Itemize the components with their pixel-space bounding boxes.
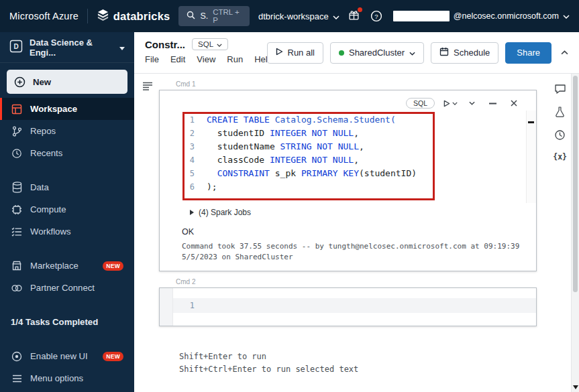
cell-delete-icon[interactable] [508, 97, 520, 109]
experiments-flask-icon[interactable] [555, 107, 565, 118]
language-selector-label: SQL [198, 40, 213, 48]
sidebar-item-new[interactable]: New [7, 70, 127, 94]
chevron-down-icon [409, 48, 415, 58]
persona-label: Data Science & Engi... [30, 38, 111, 58]
code-line[interactable]: 1CREATE TABLE Catalog.Schema.Student( [160, 113, 536, 127]
cell-collapse-icon[interactable] [466, 99, 478, 108]
chevron-down-icon [563, 11, 570, 21]
collapse-header-button[interactable] [558, 48, 571, 58]
code-line[interactable]: 5 CONSTRAINT s_pk PRIMARY KEY(studentID) [160, 167, 536, 180]
account-menu[interactable]: @nelcosec.onmicrosoft.com [393, 11, 570, 21]
sidebar-item-data[interactable]: Data [0, 176, 134, 198]
menu-view[interactable]: View [197, 54, 215, 64]
workspace-icon [11, 104, 23, 115]
cell-run-button[interactable] [443, 100, 458, 107]
code-line[interactable]: 3 studentName STRING NOT NULL, [160, 140, 536, 153]
target-icon [11, 351, 23, 362]
workspace-selector[interactable]: dtbrick-workspace [258, 11, 339, 21]
sidebar-item-label: Repos [30, 126, 56, 136]
cell1-results: (4) Spark Jobs OK Command took 37.55 sec… [160, 203, 536, 271]
notebook-header: Constr... SQL File Edit View Run [134, 32, 579, 74]
share-button[interactable]: Share [505, 42, 551, 64]
cell1-code-area[interactable]: 1CREATE TABLE Catalog.Schema.Student(2 s… [160, 111, 536, 203]
cell2-gutter [160, 288, 173, 326]
triangle-right-icon [190, 210, 194, 215]
language-selector[interactable]: SQL [192, 38, 228, 50]
cell-language-chip[interactable]: SQL [406, 98, 435, 109]
sidebar-item-workspace[interactable]: Workspace [0, 98, 134, 120]
code-line[interactable]: 4 classCode INTEGER NOT NULL, [160, 153, 536, 167]
search-input[interactable]: S. CTRL + P [178, 6, 250, 26]
sidebar-item-label: Workflows [30, 226, 71, 237]
comments-icon[interactable] [554, 83, 566, 95]
line-number: 5 [160, 167, 207, 180]
menu-run[interactable]: Run [227, 54, 243, 64]
sidebar-item-enable-new-ui[interactable]: Enable new UI NEW [0, 345, 134, 367]
menu-file[interactable]: File [145, 54, 159, 64]
topbar-divider [87, 9, 88, 23]
databricks-wordmark: databricks [113, 10, 170, 23]
cluster-label: SharedCluster [349, 48, 405, 58]
cell-minimize-icon[interactable] [486, 100, 499, 107]
cell1[interactable]: SQL [159, 90, 537, 271]
sidebar-item-partner-connect[interactable]: Partner Connect [0, 277, 134, 299]
sidebar-item-label: Compute [30, 204, 66, 214]
chevron-down-icon [217, 40, 222, 48]
menu-edit[interactable]: Edit [170, 54, 185, 64]
scrollbar-thumb[interactable] [573, 76, 578, 292]
line-number: 2 [160, 127, 207, 140]
help-button[interactable]: ? [370, 10, 382, 22]
variable-explorer-icon[interactable]: {x} [553, 152, 567, 161]
search-shortcut: CTRL + P [213, 8, 242, 24]
sidebar-item-label: Enable new UI [30, 351, 88, 361]
database-icon [11, 182, 23, 193]
cell2[interactable]: 1 [159, 287, 537, 326]
plus-circle-icon [13, 76, 25, 88]
caret-down-icon [119, 42, 125, 52]
scrollbar-down-arrow[interactable] [573, 385, 578, 389]
sidebar-item-repos[interactable]: Repos [0, 120, 134, 142]
new-badge: NEW [103, 352, 123, 361]
code-line[interactable]: 2 studentID INTEGER NOT NULL, [160, 127, 536, 140]
vertical-scrollbar[interactable] [571, 74, 579, 392]
sidebar-item-compute[interactable]: Compute [0, 198, 134, 220]
notebook-title[interactable]: Constr... [145, 39, 185, 50]
cell2-cmd-label: Cmd 2 [176, 278, 537, 285]
persona-switcher[interactable]: D Data Science & Engi... [0, 32, 134, 63]
line-number: 1 [160, 113, 207, 127]
search-text: S. [200, 11, 208, 21]
line-number: 6 [160, 180, 207, 194]
sidebar-item-tasks-completed[interactable]: 1/4 Tasks Completed [0, 311, 134, 333]
account-redacted [393, 11, 450, 21]
sidebar-item-marketplace[interactable]: Marketplace NEW [0, 255, 134, 277]
databricks-logo[interactable]: databricks [97, 9, 170, 24]
code-line[interactable]: 6); [160, 180, 536, 194]
editor-scroll-strip[interactable] [526, 111, 536, 203]
table-of-contents-icon[interactable] [142, 82, 153, 94]
footer-hint-line1: Shift+Enter to run [179, 350, 537, 363]
cell2-active-line[interactable]: 1 [160, 298, 536, 313]
azure-logo[interactable]: Microsoft Azure [9, 11, 78, 21]
sidebar-item-workflows[interactable]: Workflows [0, 220, 134, 243]
spark-jobs-toggle[interactable]: (4) Spark Jobs [160, 204, 536, 220]
menu-help[interactable]: Hel [254, 54, 268, 64]
footer-hint-line2: Shift+Ctrl+Enter to run selected text [179, 363, 537, 376]
sidebar-item-label: 1/4 Tasks Completed [11, 317, 98, 327]
whats-new-button[interactable] [348, 9, 360, 23]
spark-jobs-label: (4) Spark Jobs [199, 208, 251, 217]
hamburger-menu-icon [11, 375, 23, 383]
sidebar-item-menu-options[interactable]: Menu options [0, 367, 134, 389]
cell1-editor[interactable]: SQL [160, 90, 536, 203]
cell1-code-lines: 1CREATE TABLE Catalog.Schema.Student(2 s… [160, 113, 536, 194]
run-all-label: Run all [288, 48, 315, 58]
run-all-button[interactable]: Run all [267, 42, 323, 64]
revision-history-icon[interactable] [554, 129, 566, 141]
schedule-button[interactable]: Schedule [431, 42, 498, 64]
cell1-command-info-line1: Command took 37.55 seconds -- by tungth@… [182, 241, 536, 252]
sidebar-item-recents[interactable]: Recents [0, 142, 134, 164]
calendar-icon [439, 47, 449, 58]
cluster-selector-button[interactable]: SharedCluster [330, 42, 424, 64]
notification-dot [358, 7, 362, 12]
notebook-body: Cmd 1 SQL [134, 74, 579, 392]
app-root: Microsoft Azure databricks S. CTRL + P d… [0, 0, 579, 392]
